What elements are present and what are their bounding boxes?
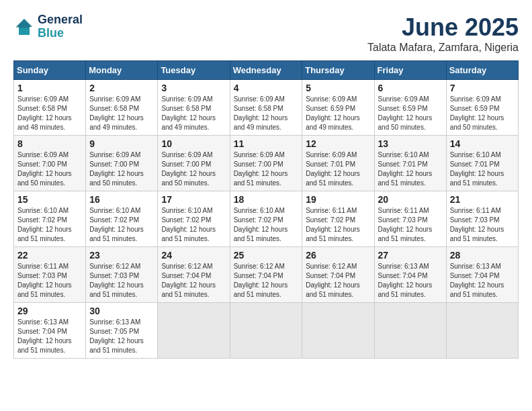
calendar-day-cell: 26Sunrise: 6:12 AMSunset: 7:04 PMDayligh… bbox=[302, 247, 374, 303]
day-info: Sunrise: 6:09 AMSunset: 7:01 PMDaylight:… bbox=[306, 150, 370, 188]
day-number: 29 bbox=[17, 306, 82, 316]
calendar-weekday-header: Monday bbox=[86, 61, 158, 80]
day-number: 30 bbox=[89, 306, 154, 316]
calendar-weekday-header: Sunday bbox=[14, 61, 86, 80]
calendar-day-cell: 20Sunrise: 6:11 AMSunset: 7:03 PMDayligh… bbox=[374, 191, 446, 247]
logo-text: General Blue bbox=[38, 13, 83, 40]
day-info: Sunrise: 6:10 AMSunset: 7:02 PMDaylight:… bbox=[161, 206, 226, 244]
day-number: 25 bbox=[234, 250, 299, 261]
day-number: 7 bbox=[450, 83, 515, 93]
calendar-day-cell: 21Sunrise: 6:11 AMSunset: 7:03 PMDayligh… bbox=[446, 191, 518, 247]
day-number: 8 bbox=[17, 138, 82, 149]
calendar-weekday-header: Friday bbox=[374, 61, 446, 80]
day-number: 23 bbox=[89, 250, 154, 261]
day-number: 21 bbox=[450, 194, 515, 205]
calendar-day-cell: 11Sunrise: 6:09 AMSunset: 7:00 PMDayligh… bbox=[230, 136, 302, 191]
day-info: Sunrise: 6:13 AMSunset: 7:05 PMDaylight:… bbox=[89, 318, 154, 355]
day-number: 3 bbox=[161, 83, 226, 93]
day-number: 16 bbox=[89, 194, 154, 205]
calendar-day-cell bbox=[446, 303, 518, 359]
calendar-day-cell: 7Sunrise: 6:09 AMSunset: 6:59 PMDaylight… bbox=[446, 80, 518, 136]
calendar-day-cell bbox=[302, 303, 374, 359]
calendar-day-cell: 13Sunrise: 6:10 AMSunset: 7:01 PMDayligh… bbox=[374, 136, 446, 191]
day-info: Sunrise: 6:09 AMSunset: 6:58 PMDaylight:… bbox=[234, 95, 299, 132]
calendar-day-cell: 10Sunrise: 6:09 AMSunset: 7:00 PMDayligh… bbox=[158, 136, 230, 191]
day-info: Sunrise: 6:10 AMSunset: 7:01 PMDaylight:… bbox=[450, 150, 515, 188]
day-info: Sunrise: 6:13 AMSunset: 7:04 PMDaylight:… bbox=[450, 262, 515, 300]
day-info: Sunrise: 6:09 AMSunset: 7:00 PMDaylight:… bbox=[17, 150, 82, 188]
logo: General Blue bbox=[13, 13, 83, 40]
day-info: Sunrise: 6:10 AMSunset: 7:02 PMDaylight:… bbox=[17, 206, 82, 244]
calendar-day-cell: 30Sunrise: 6:13 AMSunset: 7:05 PMDayligh… bbox=[86, 303, 158, 359]
day-info: Sunrise: 6:13 AMSunset: 7:04 PMDaylight:… bbox=[378, 262, 443, 300]
day-info: Sunrise: 6:10 AMSunset: 7:02 PMDaylight:… bbox=[89, 206, 154, 244]
month-title: June 2025 bbox=[367, 13, 519, 42]
day-number: 10 bbox=[161, 138, 226, 149]
calendar-day-cell bbox=[374, 303, 446, 359]
day-info: Sunrise: 6:09 AMSunset: 7:00 PMDaylight:… bbox=[234, 150, 299, 188]
day-info: Sunrise: 6:09 AMSunset: 7:00 PMDaylight:… bbox=[89, 150, 154, 188]
day-info: Sunrise: 6:11 AMSunset: 7:03 PMDaylight:… bbox=[17, 262, 82, 300]
calendar-day-cell: 24Sunrise: 6:12 AMSunset: 7:04 PMDayligh… bbox=[158, 247, 230, 303]
day-info: Sunrise: 6:09 AMSunset: 6:58 PMDaylight:… bbox=[89, 95, 154, 132]
calendar-day-cell: 8Sunrise: 6:09 AMSunset: 7:00 PMDaylight… bbox=[14, 136, 86, 191]
calendar-day-cell: 18Sunrise: 6:10 AMSunset: 7:02 PMDayligh… bbox=[230, 191, 302, 247]
calendar-day-cell: 16Sunrise: 6:10 AMSunset: 7:02 PMDayligh… bbox=[86, 191, 158, 247]
calendar-weekday-header: Tuesday bbox=[158, 61, 230, 80]
day-number: 24 bbox=[161, 250, 226, 261]
day-info: Sunrise: 6:09 AMSunset: 7:00 PMDaylight:… bbox=[161, 150, 226, 188]
day-number: 15 bbox=[17, 194, 82, 205]
page-header: General Blue June 2025 Talata Mafara, Za… bbox=[13, 13, 519, 54]
calendar-day-cell: 12Sunrise: 6:09 AMSunset: 7:01 PMDayligh… bbox=[302, 136, 374, 191]
calendar-weekday-header: Saturday bbox=[446, 61, 518, 80]
calendar-day-cell: 25Sunrise: 6:12 AMSunset: 7:04 PMDayligh… bbox=[230, 247, 302, 303]
calendar-day-cell: 3Sunrise: 6:09 AMSunset: 6:58 PMDaylight… bbox=[158, 80, 230, 136]
calendar-day-cell bbox=[158, 303, 230, 359]
title-area: June 2025 Talata Mafara, Zamfara, Nigeri… bbox=[367, 13, 519, 54]
day-number: 18 bbox=[234, 194, 299, 205]
calendar-day-cell: 17Sunrise: 6:10 AMSunset: 7:02 PMDayligh… bbox=[158, 191, 230, 247]
calendar-day-cell: 19Sunrise: 6:11 AMSunset: 7:02 PMDayligh… bbox=[302, 191, 374, 247]
day-number: 20 bbox=[378, 194, 443, 205]
calendar-week-row: 22Sunrise: 6:11 AMSunset: 7:03 PMDayligh… bbox=[14, 247, 519, 303]
location-title: Talata Mafara, Zamfara, Nigeria bbox=[367, 42, 519, 54]
day-info: Sunrise: 6:09 AMSunset: 6:59 PMDaylight:… bbox=[378, 95, 443, 132]
calendar-day-cell: 5Sunrise: 6:09 AMSunset: 6:59 PMDaylight… bbox=[302, 80, 374, 136]
calendar-day-cell: 28Sunrise: 6:13 AMSunset: 7:04 PMDayligh… bbox=[446, 247, 518, 303]
calendar-day-cell: 2Sunrise: 6:09 AMSunset: 6:58 PMDaylight… bbox=[86, 80, 158, 136]
calendar-day-cell: 6Sunrise: 6:09 AMSunset: 6:59 PMDaylight… bbox=[374, 80, 446, 136]
day-number: 19 bbox=[306, 194, 370, 205]
day-number: 27 bbox=[378, 250, 443, 261]
calendar-day-cell: 9Sunrise: 6:09 AMSunset: 7:00 PMDaylight… bbox=[86, 136, 158, 191]
day-number: 14 bbox=[450, 138, 515, 149]
day-number: 9 bbox=[89, 138, 154, 149]
logo-icon bbox=[13, 16, 35, 38]
day-info: Sunrise: 6:11 AMSunset: 7:02 PMDaylight:… bbox=[306, 206, 370, 244]
day-info: Sunrise: 6:09 AMSunset: 6:59 PMDaylight:… bbox=[450, 95, 515, 132]
day-number: 13 bbox=[378, 138, 443, 149]
calendar-day-cell bbox=[230, 303, 302, 359]
day-number: 12 bbox=[306, 138, 370, 149]
day-number: 26 bbox=[306, 250, 370, 261]
day-number: 11 bbox=[234, 138, 299, 149]
calendar-body: 1Sunrise: 6:09 AMSunset: 6:58 PMDaylight… bbox=[14, 80, 519, 359]
day-info: Sunrise: 6:11 AMSunset: 7:03 PMDaylight:… bbox=[378, 206, 443, 244]
calendar-day-cell: 1Sunrise: 6:09 AMSunset: 6:58 PMDaylight… bbox=[14, 80, 86, 136]
calendar-day-cell: 15Sunrise: 6:10 AMSunset: 7:02 PMDayligh… bbox=[14, 191, 86, 247]
calendar-day-cell: 14Sunrise: 6:10 AMSunset: 7:01 PMDayligh… bbox=[446, 136, 518, 191]
day-info: Sunrise: 6:10 AMSunset: 7:02 PMDaylight:… bbox=[234, 206, 299, 244]
day-number: 17 bbox=[161, 194, 226, 205]
day-number: 4 bbox=[234, 83, 299, 93]
calendar-day-cell: 22Sunrise: 6:11 AMSunset: 7:03 PMDayligh… bbox=[14, 247, 86, 303]
day-number: 2 bbox=[89, 83, 154, 93]
day-number: 22 bbox=[17, 250, 82, 261]
day-info: Sunrise: 6:12 AMSunset: 7:04 PMDaylight:… bbox=[234, 262, 299, 300]
day-info: Sunrise: 6:09 AMSunset: 6:58 PMDaylight:… bbox=[161, 95, 226, 132]
day-info: Sunrise: 6:09 AMSunset: 6:59 PMDaylight:… bbox=[306, 95, 370, 132]
calendar-day-cell: 23Sunrise: 6:12 AMSunset: 7:03 PMDayligh… bbox=[86, 247, 158, 303]
day-info: Sunrise: 6:13 AMSunset: 7:04 PMDaylight:… bbox=[17, 318, 82, 355]
day-number: 28 bbox=[450, 250, 515, 261]
day-info: Sunrise: 6:12 AMSunset: 7:04 PMDaylight:… bbox=[161, 262, 226, 300]
calendar-week-row: 29Sunrise: 6:13 AMSunset: 7:04 PMDayligh… bbox=[14, 303, 519, 359]
day-info: Sunrise: 6:10 AMSunset: 7:01 PMDaylight:… bbox=[378, 150, 443, 188]
